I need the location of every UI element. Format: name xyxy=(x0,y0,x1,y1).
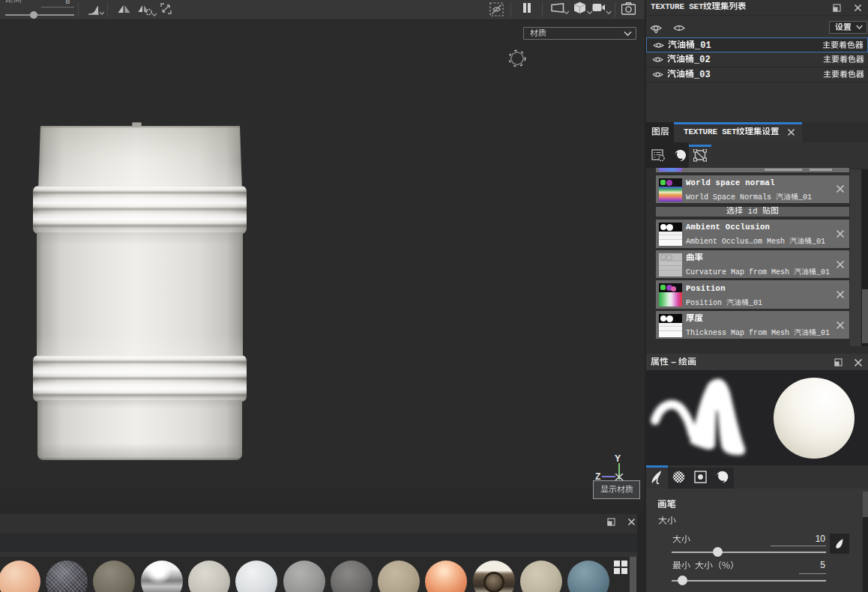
svg-text:1: 1 xyxy=(678,25,681,31)
